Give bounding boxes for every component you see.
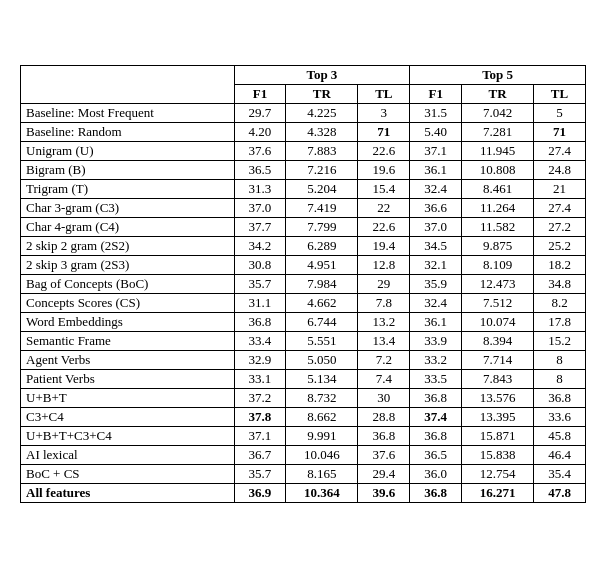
tl-top5-val: 27.4: [534, 198, 586, 217]
row-label: 2 skip 2 gram (2S2): [21, 236, 235, 255]
row-label: C3+C4: [21, 407, 235, 426]
f1-top5-val: 33.9: [410, 331, 462, 350]
tl-top5-header: TL: [534, 84, 586, 103]
results-table: Top 3 Top 5 F1 TR TL F1 TR TL Baseline: …: [20, 65, 586, 503]
f1-top3-val: 36.5: [234, 160, 286, 179]
tr-top5-val: 16.271: [462, 483, 534, 502]
tr-top5-val: 11.582: [462, 217, 534, 236]
tr-top3-val: 6.744: [286, 312, 358, 331]
tl-top5-val: 15.2: [534, 331, 586, 350]
tr-top5-val: 8.394: [462, 331, 534, 350]
row-label: Char 3-gram (C3): [21, 198, 235, 217]
tr-top3-val: 7.216: [286, 160, 358, 179]
f1-top5-val: 36.8: [410, 388, 462, 407]
tl-top5-val: 35.4: [534, 464, 586, 483]
row-label: BoC + CS: [21, 464, 235, 483]
tr-top3-val: 5.204: [286, 179, 358, 198]
table-row: Semantic Frame33.45.55113.433.98.39415.2: [21, 331, 586, 350]
tr-top5-val: 11.264: [462, 198, 534, 217]
tl-top5-val: 24.8: [534, 160, 586, 179]
f1-top5-val: 36.8: [410, 426, 462, 445]
row-label: Bigram (B): [21, 160, 235, 179]
f1-top5-val: 35.9: [410, 274, 462, 293]
f1-top5-val: 33.2: [410, 350, 462, 369]
f1-top3-val: 37.6: [234, 141, 286, 160]
row-label: U+B+T+C3+C4: [21, 426, 235, 445]
table-row: C3+C437.88.66228.837.413.39533.6: [21, 407, 586, 426]
f1-top3-val: 4.20: [234, 122, 286, 141]
f1-top3-val: 36.8: [234, 312, 286, 331]
table-row: U+B+T+C3+C437.19.99136.836.815.87145.8: [21, 426, 586, 445]
tl-top5-val: 21: [534, 179, 586, 198]
tl-top3-val: 7.8: [358, 293, 410, 312]
tl-top3-val: 7.4: [358, 369, 410, 388]
f1-top3-val: 30.8: [234, 255, 286, 274]
row-label: Trigram (T): [21, 179, 235, 198]
tr-top5-val: 8.109: [462, 255, 534, 274]
f1-top5-val: 34.5: [410, 236, 462, 255]
tr-top3-val: 10.046: [286, 445, 358, 464]
table-row: Trigram (T)31.35.20415.432.48.46121: [21, 179, 586, 198]
tl-top5-val: 25.2: [534, 236, 586, 255]
tr-top3-val: 9.991: [286, 426, 358, 445]
tr-top3-val: 8.165: [286, 464, 358, 483]
row-label: Baseline: Random: [21, 122, 235, 141]
f1-top3-val: 33.1: [234, 369, 286, 388]
f1-top5-val: 31.5: [410, 103, 462, 122]
f1-top5-val: 37.0: [410, 217, 462, 236]
tl-top3-val: 13.2: [358, 312, 410, 331]
tl-top5-val: 5: [534, 103, 586, 122]
tl-top3-val: 7.2: [358, 350, 410, 369]
table-body: Baseline: Most Frequent29.74.225331.57.0…: [21, 103, 586, 502]
tl-top5-val: 45.8: [534, 426, 586, 445]
tl-top5-val: 27.4: [534, 141, 586, 160]
table-row: Bag of Concepts (BoC)35.77.9842935.912.4…: [21, 274, 586, 293]
f1-top3-val: 37.2: [234, 388, 286, 407]
f1-top3-val: 32.9: [234, 350, 286, 369]
f1-top5-val: 32.4: [410, 179, 462, 198]
f1-top5-val: 5.40: [410, 122, 462, 141]
tr-top3-val: 8.732: [286, 388, 358, 407]
tr-top3-val: 4.328: [286, 122, 358, 141]
f1-top3-val: 35.7: [234, 464, 286, 483]
f1-top5-val: 36.8: [410, 483, 462, 502]
tl-top5-val: 46.4: [534, 445, 586, 464]
tl-top3-val: 13.4: [358, 331, 410, 350]
tr-top3-val: 7.419: [286, 198, 358, 217]
row-label: All features: [21, 483, 235, 502]
row-label: Baseline: Most Frequent: [21, 103, 235, 122]
tl-top3-val: 39.6: [358, 483, 410, 502]
table-row: Patient Verbs33.15.1347.433.57.8438: [21, 369, 586, 388]
row-label: Patient Verbs: [21, 369, 235, 388]
tr-top3-val: 5.551: [286, 331, 358, 350]
f1-top3-val: 35.7: [234, 274, 286, 293]
f1-top5-header: F1: [410, 84, 462, 103]
tr-top5-val: 7.042: [462, 103, 534, 122]
table-row: Baseline: Most Frequent29.74.225331.57.0…: [21, 103, 586, 122]
tl-top3-val: 19.6: [358, 160, 410, 179]
f1-top3-val: 37.7: [234, 217, 286, 236]
tl-top3-val: 71: [358, 122, 410, 141]
label-col-header: [21, 84, 235, 103]
tr-top5-val: 10.074: [462, 312, 534, 331]
table-row: Concepts Scores (CS)31.14.6627.832.47.51…: [21, 293, 586, 312]
f1-top3-val: 29.7: [234, 103, 286, 122]
main-table-container: Top 3 Top 5 F1 TR TL F1 TR TL Baseline: …: [20, 65, 586, 503]
f1-top5-val: 36.6: [410, 198, 462, 217]
row-label: U+B+T: [21, 388, 235, 407]
f1-top3-val: 36.7: [234, 445, 286, 464]
row-label: Agent Verbs: [21, 350, 235, 369]
header-top-row: Top 3 Top 5: [21, 65, 586, 84]
tl-top5-val: 33.6: [534, 407, 586, 426]
row-label: Unigram (U): [21, 141, 235, 160]
tr-top3-val: 7.799: [286, 217, 358, 236]
top5-header: Top 5: [410, 65, 586, 84]
f1-top5-val: 36.0: [410, 464, 462, 483]
tr-top5-val: 7.281: [462, 122, 534, 141]
tr-top3-val: 6.289: [286, 236, 358, 255]
tr-top5-val: 15.871: [462, 426, 534, 445]
tr-top3-val: 8.662: [286, 407, 358, 426]
table-row: Unigram (U)37.67.88322.637.111.94527.4: [21, 141, 586, 160]
f1-top3-header: F1: [234, 84, 286, 103]
top3-header: Top 3: [234, 65, 410, 84]
